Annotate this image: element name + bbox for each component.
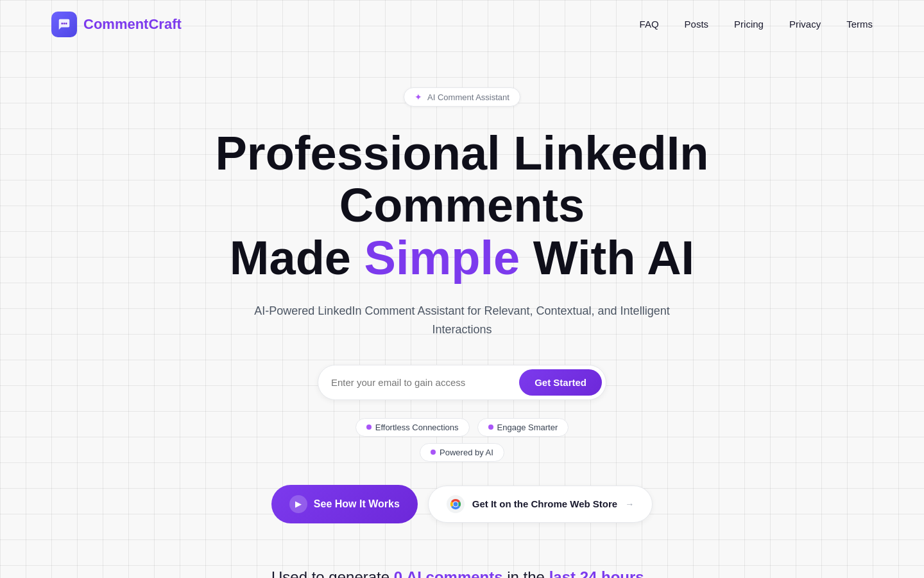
chrome-icon xyxy=(447,495,465,513)
stats-prefix: Used to generate xyxy=(271,568,394,578)
svg-point-5 xyxy=(453,502,458,506)
nav-faq[interactable]: FAQ xyxy=(640,19,659,30)
nav-pricing[interactable]: Pricing xyxy=(734,19,764,30)
cta-buttons: ▶ See How It Works Get It on the Chrome xyxy=(271,485,653,523)
logo[interactable]: CommentCraft xyxy=(51,12,182,37)
see-how-button[interactable]: ▶ See How It Works xyxy=(271,485,418,523)
tag-dot xyxy=(366,425,372,430)
email-form: Get Started xyxy=(318,365,606,400)
stats-suffix: . xyxy=(644,568,653,578)
hero-title: Professional LinkedIn Comments Made Simp… xyxy=(141,127,783,284)
badge-star-icon: ✦ xyxy=(415,92,422,102)
tag-effortless: Effortless Connections xyxy=(355,418,470,437)
chrome-store-button[interactable]: Get It on the Chrome Web Store → xyxy=(428,486,653,523)
arrow-icon: → xyxy=(625,499,634,509)
stats-time: last 24 hours xyxy=(549,568,644,578)
tags-row-2: Powered by AI xyxy=(420,443,504,462)
stats-count: 0 AI comments xyxy=(394,568,503,578)
logo-icon xyxy=(51,12,77,37)
nav-privacy[interactable]: Privacy xyxy=(789,19,821,30)
stats-section: Used to generate 0 AI comments in the la… xyxy=(271,568,653,578)
tag-dot xyxy=(431,450,436,455)
tag-engage: Engage Smarter xyxy=(477,418,569,437)
logo-text: CommentCraft xyxy=(83,16,182,33)
tag-label: Powered by AI xyxy=(440,448,493,457)
hero-subtitle: AI-Powered LinkedIn Comment Assistant fo… xyxy=(237,302,687,339)
navbar: CommentCraft FAQ Posts Pricing Privacy T… xyxy=(0,0,924,49)
get-started-button[interactable]: Get Started xyxy=(519,369,602,396)
feature-tags: Effortless Connections Engage Smarter Po… xyxy=(355,418,569,462)
badge-text: AI Comment Assistant xyxy=(427,92,509,102)
nav-terms[interactable]: Terms xyxy=(846,19,873,30)
stats-middle: in the xyxy=(503,568,549,578)
hero-section: ✦ AI Comment Assistant Professional Link… xyxy=(0,49,924,578)
nav-posts[interactable]: Posts xyxy=(685,19,709,30)
tag-dot xyxy=(488,425,493,430)
svg-point-2 xyxy=(65,22,67,24)
chrome-label: Get It on the Chrome Web Store xyxy=(472,498,617,509)
play-icon: ▶ xyxy=(289,495,307,513)
tags-row-1: Effortless Connections Engage Smarter xyxy=(355,418,569,437)
tag-label: Effortless Connections xyxy=(375,423,459,432)
email-input[interactable] xyxy=(331,377,519,388)
ai-badge: ✦ AI Comment Assistant xyxy=(404,87,520,107)
tag-label: Engage Smarter xyxy=(497,423,558,432)
svg-point-1 xyxy=(64,22,65,24)
tag-powered: Powered by AI xyxy=(420,443,504,462)
svg-point-0 xyxy=(61,22,63,24)
see-how-label: See How It Works xyxy=(314,498,400,510)
nav-links: FAQ Posts Pricing Privacy Terms xyxy=(640,19,873,30)
